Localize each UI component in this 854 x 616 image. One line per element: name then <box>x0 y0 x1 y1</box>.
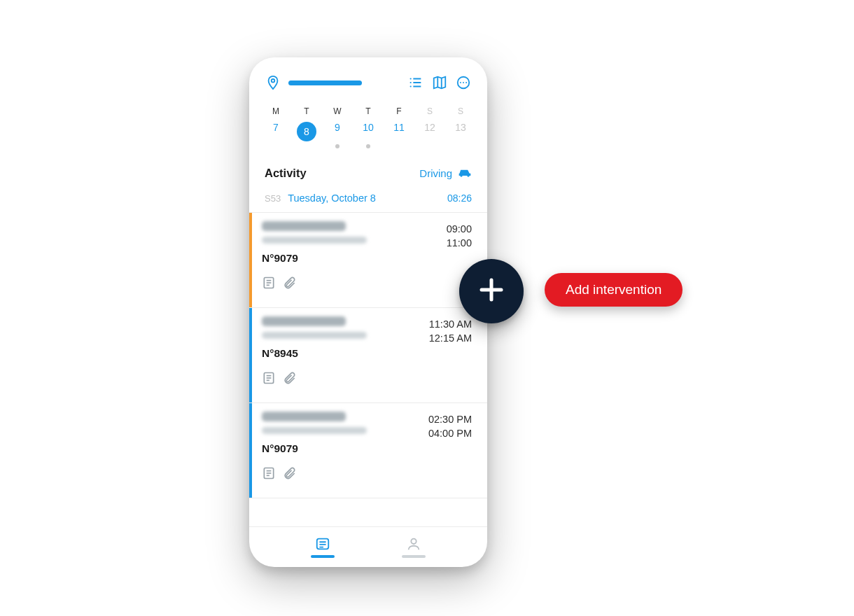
card-row[interactable]: N°907902:30 PM04:00 PM <box>249 403 487 498</box>
svg-point-11 <box>463 82 464 83</box>
card-title-redacted <box>262 316 346 326</box>
notes-icon[interactable] <box>262 371 276 385</box>
day-number: 10 <box>363 122 374 133</box>
card-stripe <box>249 403 252 498</box>
day-col-13[interactable]: S13 <box>449 106 472 141</box>
more-icon[interactable] <box>455 74 472 91</box>
card-subtitle-redacted <box>262 237 367 244</box>
add-intervention-label: Add intervention <box>566 282 662 298</box>
card-title-redacted <box>262 412 346 421</box>
status-driving[interactable]: Driving <box>419 167 472 180</box>
job-number: N°8945 <box>262 347 429 360</box>
svg-point-5 <box>410 85 412 87</box>
svg-point-0 <box>272 79 275 83</box>
day-number: 13 <box>455 122 466 133</box>
day-letter: W <box>333 106 341 116</box>
week-code: S53 <box>265 193 281 204</box>
topbar <box>249 57 487 101</box>
phone-frame: M7T8W9T10F11S12S13 Activity Driving S53 … <box>249 57 487 567</box>
map-icon[interactable] <box>431 74 448 91</box>
card-row[interactable]: N°894511:30 AM12:15 AM <box>249 308 487 403</box>
notes-icon[interactable] <box>262 466 276 480</box>
svg-point-1 <box>410 78 412 79</box>
car-icon <box>458 167 472 180</box>
status-label: Driving <box>419 167 452 179</box>
activity-title: Activity <box>265 167 307 180</box>
activity-header: Activity Driving <box>249 151 487 186</box>
svg-point-12 <box>465 82 467 83</box>
svg-point-3 <box>410 82 412 83</box>
list-view-icon[interactable] <box>407 74 424 91</box>
day-number: 9 <box>335 122 340 133</box>
cards-list[interactable]: N°907909:0011:00N°894511:30 AM12:15 AMN°… <box>249 212 487 526</box>
svg-point-29 <box>411 539 416 544</box>
day-number: 12 <box>424 122 435 133</box>
card-time-start: 11:30 AM <box>429 318 472 332</box>
attachment-icon[interactable] <box>283 371 297 385</box>
date-line: S53 Tuesday, October 8 08:26 <box>249 186 487 212</box>
plus-icon <box>476 274 507 308</box>
add-intervention-pill[interactable]: Add intervention <box>545 273 682 307</box>
card-time-end: 11:00 <box>447 237 472 251</box>
day-col-7[interactable]: M7 <box>265 106 287 141</box>
card-subtitle-redacted <box>262 332 367 339</box>
job-number: N°9079 <box>262 442 428 455</box>
notes-icon[interactable] <box>262 276 276 290</box>
svg-point-10 <box>460 82 461 83</box>
card-time-end: 12:15 AM <box>429 332 472 346</box>
day-letter: S <box>427 106 433 116</box>
job-number: N°9079 <box>262 252 447 265</box>
bottom-nav <box>249 526 487 567</box>
day-col-8[interactable]: T8 <box>295 106 318 141</box>
date-text: Tuesday, October 8 <box>288 192 440 204</box>
nav-tab-list[interactable] <box>311 536 335 558</box>
nav-underline-active <box>311 555 335 558</box>
day-col-9[interactable]: W9 <box>326 106 349 141</box>
add-intervention-fab[interactable] <box>459 259 524 323</box>
attachment-icon[interactable] <box>283 466 297 480</box>
current-time: 08:26 <box>447 192 472 204</box>
location-label-placeholder <box>288 80 362 85</box>
day-number: 8 <box>297 122 316 141</box>
day-dot-indicator <box>366 144 370 148</box>
card-time-start: 02:30 PM <box>428 413 472 427</box>
location-pin-icon[interactable] <box>265 74 281 91</box>
day-letter: M <box>272 106 279 116</box>
attachment-icon[interactable] <box>283 276 297 290</box>
day-letter: F <box>396 106 401 116</box>
day-col-12[interactable]: S12 <box>419 106 441 141</box>
day-col-11[interactable]: F11 <box>388 106 410 141</box>
day-letter: T <box>365 106 370 116</box>
day-number: 11 <box>393 122 405 133</box>
day-letter: T <box>304 106 309 116</box>
nav-underline-inactive <box>402 555 426 558</box>
card-time-start: 09:00 <box>447 223 472 237</box>
nav-tab-user[interactable] <box>402 536 426 558</box>
card-subtitle-redacted <box>262 427 367 434</box>
day-number: 7 <box>273 122 279 133</box>
card-time-end: 04:00 PM <box>428 427 472 441</box>
day-col-10[interactable]: T10 <box>357 106 379 141</box>
card-stripe <box>249 308 252 402</box>
card-title-redacted <box>262 221 346 231</box>
day-dot-indicator <box>335 144 340 148</box>
day-letter: S <box>458 106 463 116</box>
card-row[interactable]: N°907909:0011:00 <box>249 213 487 308</box>
card-stripe <box>249 213 252 307</box>
week-strip: M7T8W9T10F11S12S13 <box>249 101 487 146</box>
